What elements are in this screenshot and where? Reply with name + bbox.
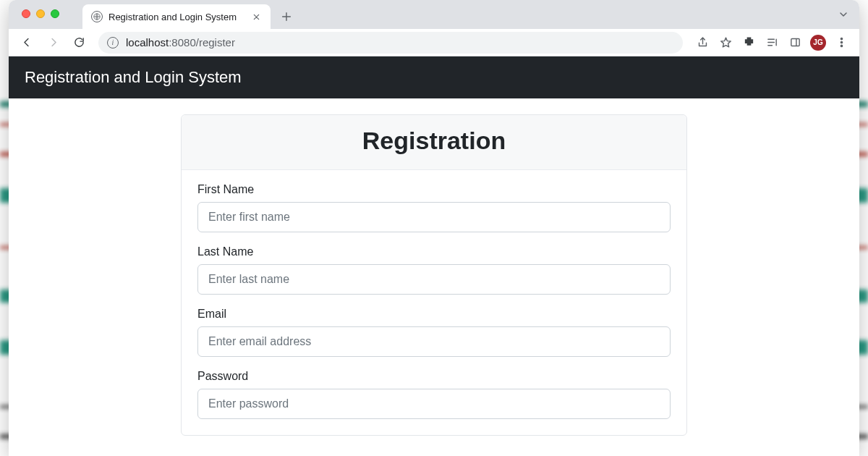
- last-name-input[interactable]: [197, 264, 671, 295]
- browser-tab[interactable]: Registration and Login System: [82, 4, 271, 29]
- url-text: localhost:8080/register: [126, 36, 674, 48]
- last-name-label: Last Name: [197, 245, 671, 258]
- profile-avatar[interactable]: JG: [807, 32, 829, 54]
- kebab-menu-icon[interactable]: [830, 32, 852, 54]
- toolbar-actions: JG: [692, 32, 852, 54]
- tabs-dropdown-button[interactable]: [838, 9, 849, 23]
- globe-icon: [91, 11, 103, 22]
- window-maximize-button[interactable]: [51, 9, 59, 18]
- app-header: Registration and Login System: [9, 56, 859, 98]
- browser-window: Registration and Login System i localhos…: [9, 0, 859, 456]
- new-tab-button[interactable]: [276, 7, 297, 27]
- window-controls: [22, 9, 59, 18]
- share-icon[interactable]: [692, 32, 713, 54]
- site-info-icon[interactable]: i: [107, 37, 119, 48]
- close-tab-button[interactable]: [250, 11, 262, 22]
- window-close-button[interactable]: [22, 9, 30, 18]
- svg-point-3: [841, 41, 842, 43]
- last-name-group: Last Name: [197, 245, 671, 295]
- email-label: Email: [197, 308, 671, 321]
- avatar-badge: JG: [810, 35, 826, 51]
- first-name-input[interactable]: [197, 202, 671, 232]
- first-name-group: First Name: [197, 183, 671, 232]
- reading-list-icon[interactable]: [761, 32, 783, 54]
- card-title: Registration: [190, 127, 678, 155]
- email-input[interactable]: [197, 326, 671, 357]
- tab-strip: Registration and Login System: [9, 0, 859, 29]
- browser-toolbar: i localhost:8080/register JG: [9, 29, 859, 56]
- card-header: Registration: [182, 115, 686, 170]
- first-name-label: First Name: [197, 183, 671, 196]
- reload-button[interactable]: [68, 32, 90, 54]
- forward-button[interactable]: [42, 32, 64, 54]
- address-bar[interactable]: i localhost:8080/register: [98, 32, 683, 54]
- app-title: Registration and Login System: [25, 68, 242, 86]
- bookmark-star-icon[interactable]: [715, 32, 736, 54]
- svg-rect-1: [791, 39, 799, 46]
- extensions-icon[interactable]: [738, 32, 760, 54]
- url-path: :8080/register: [169, 36, 235, 48]
- password-label: Password: [197, 370, 671, 383]
- page-viewport: Registration and Login System Registrati…: [9, 56, 859, 456]
- email-group: Email: [197, 308, 671, 357]
- svg-point-4: [841, 45, 842, 46]
- window-minimize-button[interactable]: [36, 9, 45, 18]
- password-input[interactable]: [197, 389, 671, 419]
- password-group: Password: [197, 370, 671, 419]
- tab-title: Registration and Login System: [109, 12, 244, 22]
- svg-point-2: [841, 38, 842, 39]
- side-panel-icon[interactable]: [784, 32, 806, 54]
- url-host: localhost: [126, 36, 169, 48]
- back-button[interactable]: [16, 32, 38, 54]
- card-body: First Name Last Name Email Password: [182, 170, 686, 435]
- registration-card: Registration First Name Last Name Email …: [181, 114, 687, 436]
